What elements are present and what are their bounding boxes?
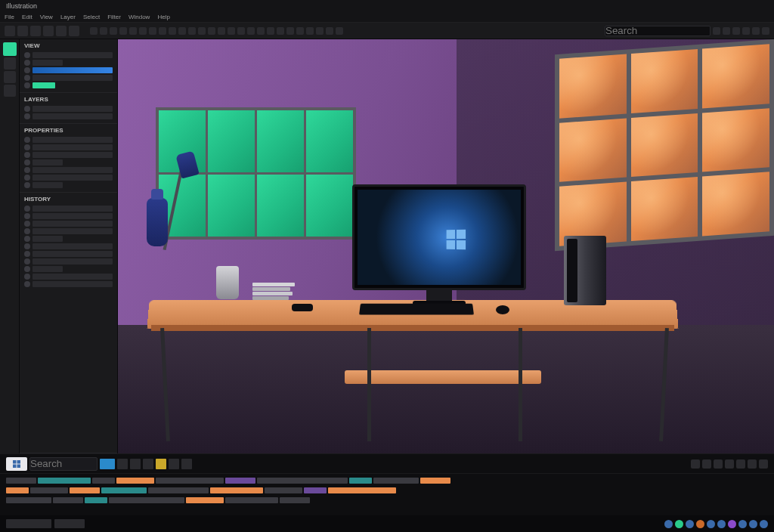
systray-icon[interactable] xyxy=(760,520,768,528)
layer-item[interactable] xyxy=(24,105,113,113)
taskbar-app-e[interactable] xyxy=(156,459,166,469)
menu-window[interactable]: Window xyxy=(128,14,150,20)
tool-e-icon[interactable] xyxy=(129,27,137,35)
tool-pen-icon[interactable] xyxy=(43,26,54,36)
list-item[interactable] xyxy=(24,59,113,66)
tool-m-icon[interactable] xyxy=(208,27,215,35)
taskbar-app-c[interactable] xyxy=(130,459,141,469)
tool-v-icon[interactable] xyxy=(296,27,304,35)
prop-item[interactable] xyxy=(24,136,113,144)
taskbar-search-input[interactable] xyxy=(29,457,98,471)
prop-item[interactable] xyxy=(24,181,113,189)
tool-g-icon[interactable] xyxy=(149,27,156,35)
tool-d-icon[interactable] xyxy=(119,27,127,35)
prop-item[interactable] xyxy=(24,144,113,151)
menu-file[interactable]: File xyxy=(5,14,14,20)
tool-r-icon[interactable] xyxy=(257,27,265,35)
systray-icon[interactable] xyxy=(675,520,683,528)
tool-p-icon[interactable] xyxy=(237,27,245,35)
tray-icon[interactable] xyxy=(714,459,723,469)
tray-icon[interactable] xyxy=(725,459,734,469)
history-item[interactable] xyxy=(24,220,113,227)
tool-h-icon[interactable] xyxy=(159,27,166,35)
minimize-icon[interactable] xyxy=(742,27,750,35)
tool-q-icon[interactable] xyxy=(247,27,255,35)
systray-icon[interactable] xyxy=(664,520,673,528)
systray-icon[interactable] xyxy=(728,520,736,528)
menu-select[interactable]: Select xyxy=(83,14,100,20)
tray-icon[interactable] xyxy=(736,459,745,469)
prop-item[interactable] xyxy=(24,151,113,159)
tool-eraser-icon[interactable] xyxy=(69,26,79,36)
list-item[interactable] xyxy=(24,66,113,74)
vtool-a-icon[interactable] xyxy=(4,57,16,70)
layer-item[interactable] xyxy=(24,113,113,120)
tool-w-icon[interactable] xyxy=(306,27,314,35)
history-item[interactable] xyxy=(24,265,113,273)
close-icon[interactable] xyxy=(762,27,769,35)
menu-edit[interactable]: Edit xyxy=(22,14,33,20)
taskbar-app-b[interactable] xyxy=(117,459,128,469)
tool-s-icon[interactable] xyxy=(267,27,274,35)
tray-icon[interactable] xyxy=(748,459,757,469)
tool-b-icon[interactable] xyxy=(100,27,107,35)
start-button[interactable] xyxy=(6,457,27,471)
prop-item[interactable] xyxy=(24,174,113,181)
tool-brush-icon[interactable] xyxy=(30,26,41,36)
taskbar-app-a[interactable] xyxy=(100,459,115,469)
menu-filter[interactable]: Filter xyxy=(107,14,121,20)
history-item[interactable] xyxy=(24,212,113,220)
systray-icon[interactable] xyxy=(717,520,726,528)
tool-o-icon[interactable] xyxy=(228,27,235,35)
user-avatar-icon[interactable] xyxy=(713,27,720,35)
history-item[interactable] xyxy=(24,258,113,265)
tool-u-icon[interactable] xyxy=(286,27,294,35)
vtool-c-icon[interactable] xyxy=(4,85,16,97)
tool-f-icon[interactable] xyxy=(139,27,147,35)
tool-text-icon[interactable] xyxy=(56,26,67,36)
taskbar-app-d[interactable] xyxy=(143,459,153,469)
history-item[interactable] xyxy=(24,243,113,250)
tool-j-icon[interactable] xyxy=(178,27,186,35)
systray-icon[interactable] xyxy=(696,520,704,528)
list-item[interactable] xyxy=(24,51,113,59)
history-item[interactable] xyxy=(24,227,113,235)
tool-x-icon[interactable] xyxy=(316,27,324,35)
tool-n-icon[interactable] xyxy=(218,27,225,35)
history-item[interactable] xyxy=(24,280,113,288)
maximize-icon[interactable] xyxy=(752,27,760,35)
tool-select-icon[interactable] xyxy=(17,26,28,36)
tray-icon[interactable] xyxy=(702,459,711,469)
color-swatch[interactable] xyxy=(3,42,17,56)
prop-item[interactable] xyxy=(24,166,113,174)
history-item[interactable] xyxy=(24,273,113,280)
tool-move-icon[interactable] xyxy=(5,26,15,36)
history-item[interactable] xyxy=(24,205,113,212)
systray-icon[interactable] xyxy=(738,520,747,528)
taskbar-app-g[interactable] xyxy=(181,459,192,469)
search-input[interactable] xyxy=(605,26,711,36)
history-item[interactable] xyxy=(24,250,113,258)
tool-i-icon[interactable] xyxy=(169,27,176,35)
tray-icon[interactable] xyxy=(691,459,700,469)
systray-icon[interactable] xyxy=(686,520,694,528)
tool-l-icon[interactable] xyxy=(198,27,206,35)
taskbar-app-f[interactable] xyxy=(169,459,179,469)
notifications-icon[interactable] xyxy=(723,27,730,35)
menu-view[interactable]: View xyxy=(40,14,53,20)
systray-icon[interactable] xyxy=(707,520,715,528)
settings-icon[interactable] xyxy=(732,27,740,35)
tool-y-icon[interactable] xyxy=(326,27,333,35)
menu-help[interactable]: Help xyxy=(157,14,169,20)
tray-icon[interactable] xyxy=(759,459,768,469)
history-item[interactable] xyxy=(24,235,113,243)
vtool-b-icon[interactable] xyxy=(4,71,16,83)
tool-z-icon[interactable] xyxy=(336,27,343,35)
canvas-viewport[interactable] xyxy=(118,39,774,453)
menu-layer[interactable]: Layer xyxy=(60,14,76,20)
tool-a-icon[interactable] xyxy=(90,27,98,35)
tool-t-icon[interactable] xyxy=(277,27,284,35)
timeline-tracks[interactable] xyxy=(0,474,774,515)
list-item[interactable] xyxy=(24,82,113,89)
systray-icon[interactable] xyxy=(749,520,757,528)
